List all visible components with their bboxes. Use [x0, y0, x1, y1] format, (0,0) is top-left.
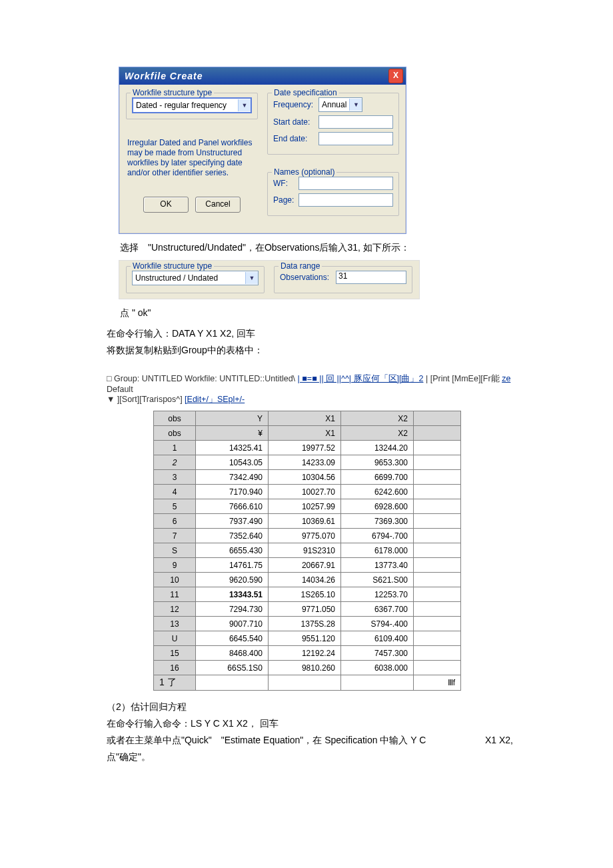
- table-row: U6645.5409551.1206109.400: [154, 631, 461, 646]
- cell[interactable]: 13343.51: [196, 587, 269, 602]
- table-row: 37342.49010304.566699.700: [154, 470, 461, 485]
- cell[interactable]: [414, 617, 461, 631]
- table-header-row: obs Y X1 X2: [154, 411, 461, 426]
- cell[interactable]: 66S5.1S0: [196, 661, 269, 675]
- chevron-down-icon[interactable]: ▼: [245, 272, 258, 284]
- cell[interactable]: S621.S00: [341, 573, 414, 587]
- table-row: 210543.0514233.099653.300: [154, 455, 461, 470]
- table-row: 67937.49010369.617369.300: [154, 514, 461, 529]
- cell[interactable]: [414, 514, 461, 529]
- cell[interactable]: 12192.24: [269, 646, 341, 661]
- cell[interactable]: 9810.260: [269, 661, 341, 675]
- structure-type-combo-2[interactable]: Unstructured / Undated ▼: [132, 271, 259, 285]
- chevron-down-icon[interactable]: ▼: [349, 99, 362, 111]
- cell[interactable]: 9771.050: [269, 602, 341, 617]
- cell[interactable]: [414, 573, 461, 587]
- row-index: S: [154, 543, 196, 558]
- page-input[interactable]: [299, 193, 393, 207]
- row-index: 2: [154, 455, 196, 470]
- cell[interactable]: 8468.400: [196, 646, 269, 661]
- cancel-button[interactable]: Cancel: [195, 197, 241, 213]
- cell[interactable]: 6109.400: [341, 631, 414, 646]
- wf-input[interactable]: [299, 177, 393, 190]
- cell[interactable]: [414, 646, 461, 661]
- cell[interactable]: 9551.120: [269, 631, 341, 646]
- start-date-input[interactable]: [318, 115, 393, 129]
- cell[interactable]: 14034.26: [269, 573, 341, 587]
- cell[interactable]: 1375S.28: [269, 617, 341, 631]
- row-index: 15: [154, 646, 196, 661]
- cell[interactable]: 6928.600: [341, 499, 414, 514]
- frequency-combo[interactable]: Annual ▼: [318, 97, 362, 112]
- date-spec-fieldset: Date specification Frequency: Annual ▼ S…: [267, 93, 399, 155]
- cell[interactable]: 12253.70: [341, 587, 414, 602]
- cell[interactable]: 91S2310: [269, 543, 341, 558]
- cell[interactable]: 7369.300: [341, 514, 414, 529]
- cell[interactable]: 9775.070: [269, 529, 341, 543]
- cell[interactable]: 10304.56: [269, 470, 341, 485]
- cell[interactable]: 6367.700: [341, 602, 414, 617]
- ok-button[interactable]: OK: [143, 197, 189, 213]
- cell[interactable]: 7352.640: [196, 529, 269, 543]
- col-x2: X2: [341, 411, 414, 426]
- structure-type-combo[interactable]: Dated - regular frequency ▼: [132, 97, 252, 113]
- cell[interactable]: 6038.000: [341, 661, 414, 675]
- cell[interactable]: 6645.540: [196, 631, 269, 646]
- chevron-down-icon[interactable]: ▼: [238, 99, 251, 111]
- cell[interactable]: 9620.590: [196, 573, 269, 587]
- cell[interactable]: [414, 543, 461, 558]
- cell[interactable]: 10369.61: [269, 514, 341, 529]
- date-spec-legend: Date specification: [272, 88, 339, 97]
- cell[interactable]: [414, 602, 461, 617]
- cell[interactable]: [414, 470, 461, 485]
- cell[interactable]: [414, 455, 461, 470]
- cell[interactable]: 10257.99: [269, 499, 341, 514]
- cell[interactable]: S794-.400: [341, 617, 414, 631]
- cell[interactable]: [414, 587, 461, 602]
- cell[interactable]: 13244.20: [341, 441, 414, 455]
- row-index: 9: [154, 558, 196, 573]
- cell[interactable]: 19977.52: [269, 441, 341, 455]
- structure-type-legend-2: Workfile structure type: [131, 261, 214, 271]
- row-index: 5: [154, 499, 196, 514]
- cell[interactable]: 6699.700: [341, 470, 414, 485]
- col-empty: [414, 411, 461, 426]
- names-fieldset: Names (optional) WF: Page:: [267, 172, 399, 216]
- instruction-1: 选择 "Unstructured/Undated"，在Observations后…: [120, 241, 513, 255]
- cell[interactable]: 1S265.10: [269, 587, 341, 602]
- cell[interactable]: 6242.600: [341, 485, 414, 499]
- cell[interactable]: [414, 485, 461, 499]
- cell[interactable]: 7342.490: [196, 470, 269, 485]
- cell[interactable]: [414, 661, 461, 675]
- cell[interactable]: 10543.05: [196, 455, 269, 470]
- cell[interactable]: 6178.000: [341, 543, 414, 558]
- cell[interactable]: 7294.730: [196, 602, 269, 617]
- cell[interactable]: 6655.430: [196, 543, 269, 558]
- cell[interactable]: 14325.41: [196, 441, 269, 455]
- cell[interactable]: 20667.91: [269, 558, 341, 573]
- cell[interactable]: [414, 631, 461, 646]
- cell[interactable]: [414, 558, 461, 573]
- cell[interactable]: 9007.710: [196, 617, 269, 631]
- cell[interactable]: 9653.300: [341, 455, 414, 470]
- cell[interactable]: 10027.70: [269, 485, 341, 499]
- cell[interactable]: 7666.610: [196, 499, 269, 514]
- end-date-input[interactable]: [318, 132, 393, 145]
- close-icon[interactable]: X: [388, 69, 403, 83]
- cell[interactable]: [414, 441, 461, 455]
- structure-type-legend: Workfile structure type: [131, 88, 214, 97]
- table-header-row-2: obs ¥ X1 X2: [154, 426, 461, 441]
- cell[interactable]: 14233.09: [269, 455, 341, 470]
- workfile-structure-panel: Workfile structure type Unstructured / U…: [119, 260, 420, 299]
- help-text: Irregular Dated and Panel workfiles may …: [127, 138, 257, 178]
- cell[interactable]: [414, 529, 461, 543]
- cell[interactable]: 7937.490: [196, 514, 269, 529]
- cell[interactable]: [414, 499, 461, 514]
- observations-input[interactable]: 31: [336, 271, 406, 284]
- cell[interactable]: 6794-.700: [341, 529, 414, 543]
- cell[interactable]: 13773.40: [341, 558, 414, 573]
- cell[interactable]: 14761.75: [196, 558, 269, 573]
- cell[interactable]: 7170.940: [196, 485, 269, 499]
- structure-type-value-2: Unstructured / Undated: [133, 273, 245, 283]
- cell[interactable]: 7457.300: [341, 646, 414, 661]
